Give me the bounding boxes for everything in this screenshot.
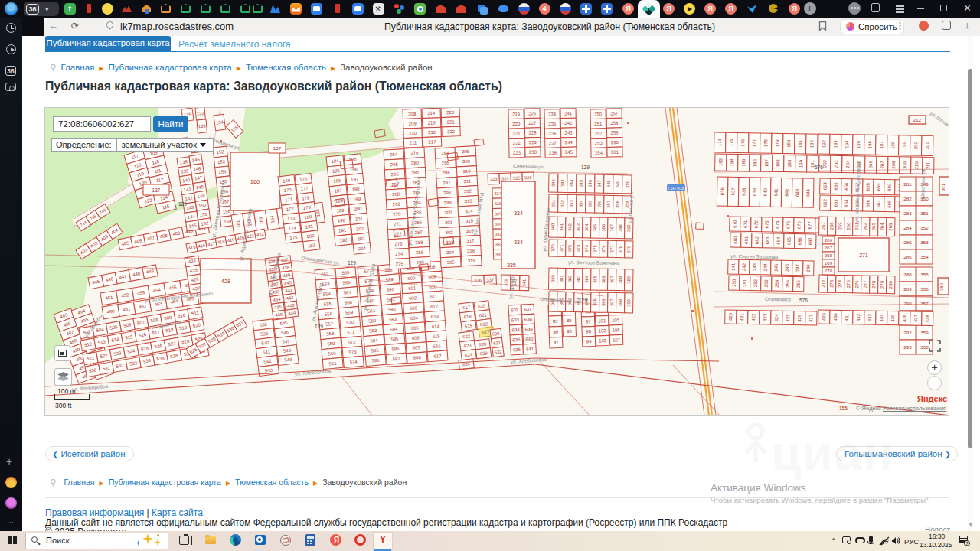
svg-text:266: 266: [391, 172, 400, 178]
svg-text:298: 298: [443, 191, 452, 196]
svg-text:328: 328: [495, 201, 501, 206]
svg-text:425: 425: [786, 314, 790, 322]
svg-text:206: 206: [868, 160, 873, 168]
svg-text:208: 208: [891, 161, 896, 169]
svg-text:324: 324: [501, 176, 510, 181]
svg-text:179: 179: [775, 139, 779, 148]
svg-text:607: 607: [412, 345, 420, 350]
svg-text:348: 348: [606, 180, 611, 187]
svg-text:87: 87: [554, 341, 560, 345]
svg-text:297: 297: [443, 181, 451, 186]
svg-text:286: 286: [903, 254, 912, 259]
svg-text:252: 252: [753, 279, 758, 287]
svg-text:235: 235: [548, 122, 557, 126]
svg-text:219: 219: [512, 112, 521, 116]
svg-text:584: 584: [370, 338, 378, 344]
svg-text:199: 199: [353, 197, 361, 202]
svg-text:634: 634: [512, 328, 521, 333]
svg-text:244: 244: [565, 140, 573, 145]
svg-text:675: 675: [786, 220, 791, 229]
svg-text:204: 204: [845, 160, 850, 168]
svg-text:288: 288: [415, 240, 423, 246]
svg-text:264: 264: [390, 152, 398, 158]
svg-text:315: 315: [466, 219, 474, 224]
svg-text:260: 260: [846, 222, 851, 230]
svg-text:567: 567: [344, 290, 352, 295]
svg-text:226: 226: [528, 111, 537, 116]
svg-text:568: 568: [345, 300, 353, 305]
svg-text:265: 265: [390, 162, 399, 168]
svg-text:586: 586: [371, 358, 380, 364]
svg-text:200: 200: [913, 142, 918, 150]
svg-text:250: 250: [732, 279, 737, 287]
svg-text:558: 558: [326, 331, 335, 337]
svg-text:389: 389: [626, 276, 631, 284]
svg-text:672: 672: [754, 220, 759, 228]
svg-text:349: 349: [616, 181, 620, 188]
svg-text:238: 238: [549, 151, 557, 155]
svg-text:212: 212: [913, 117, 922, 122]
svg-text:437: 437: [913, 315, 918, 323]
svg-text:388: 388: [618, 276, 622, 284]
svg-text:129: 129: [315, 324, 323, 329]
svg-text:214: 214: [427, 111, 436, 116]
svg-text:101: 101: [598, 318, 606, 323]
svg-text:387: 387: [609, 276, 614, 284]
svg-text:561: 561: [328, 361, 337, 367]
svg-text:194: 194: [844, 140, 849, 148]
svg-text:337: 337: [486, 277, 494, 282]
svg-text:276: 276: [854, 280, 859, 289]
svg-text:329: 329: [495, 211, 501, 216]
svg-text:210: 210: [914, 161, 919, 170]
svg-text:684: 684: [776, 236, 781, 245]
svg-text:222: 222: [513, 141, 521, 145]
svg-text:630: 630: [492, 331, 500, 337]
svg-text:241: 241: [564, 111, 573, 116]
svg-text:685: 685: [787, 236, 792, 245]
svg-text:209: 209: [409, 121, 417, 126]
svg-text:560: 560: [328, 351, 336, 357]
svg-text:192: 192: [822, 139, 826, 148]
svg-text:342: 342: [551, 179, 556, 187]
svg-text:207: 207: [880, 161, 884, 169]
svg-text:178: 178: [763, 139, 768, 147]
svg-text:217: 217: [428, 139, 436, 144]
svg-text:427: 427: [808, 314, 813, 322]
svg-text:305: 305: [447, 260, 456, 266]
svg-text:137: 137: [152, 187, 161, 193]
svg-text:601: 601: [408, 285, 416, 291]
svg-text:632: 632: [494, 350, 501, 355]
svg-text:359: 359: [920, 330, 929, 335]
svg-text:362: 362: [567, 223, 572, 231]
svg-text:353: 353: [570, 200, 574, 207]
svg-text:85: 85: [553, 319, 559, 324]
svg-text:640: 640: [525, 337, 534, 342]
svg-text:350: 350: [625, 181, 629, 188]
svg-text:264: 264: [880, 223, 884, 231]
svg-text:658: 658: [866, 182, 871, 191]
svg-text:282: 282: [903, 196, 912, 201]
svg-text:270: 270: [825, 269, 833, 273]
svg-text:129: 129: [579, 298, 587, 303]
svg-text:183: 183: [718, 158, 723, 166]
svg-text:158: 158: [223, 209, 231, 214]
svg-text:356: 356: [920, 286, 929, 292]
svg-text:606: 606: [412, 335, 420, 341]
svg-text:184: 184: [730, 158, 734, 167]
svg-text:667: 667: [877, 200, 881, 208]
svg-text:132: 132: [197, 111, 204, 116]
svg-text:357: 357: [920, 301, 929, 306]
svg-text:635: 635: [512, 337, 521, 343]
svg-text:190: 190: [337, 218, 345, 223]
svg-text:660: 660: [887, 183, 892, 191]
svg-text:272: 272: [394, 232, 403, 237]
svg-text:617: 617: [433, 354, 442, 359]
svg-text:102: 102: [599, 328, 607, 333]
svg-text:341: 341: [522, 279, 527, 287]
svg-text:261: 261: [611, 150, 619, 155]
svg-text:590: 590: [387, 287, 395, 292]
svg-text:279: 279: [880, 280, 884, 289]
svg-text:279: 279: [410, 151, 419, 156]
svg-text:284: 284: [903, 225, 912, 230]
svg-text:273: 273: [829, 279, 834, 288]
